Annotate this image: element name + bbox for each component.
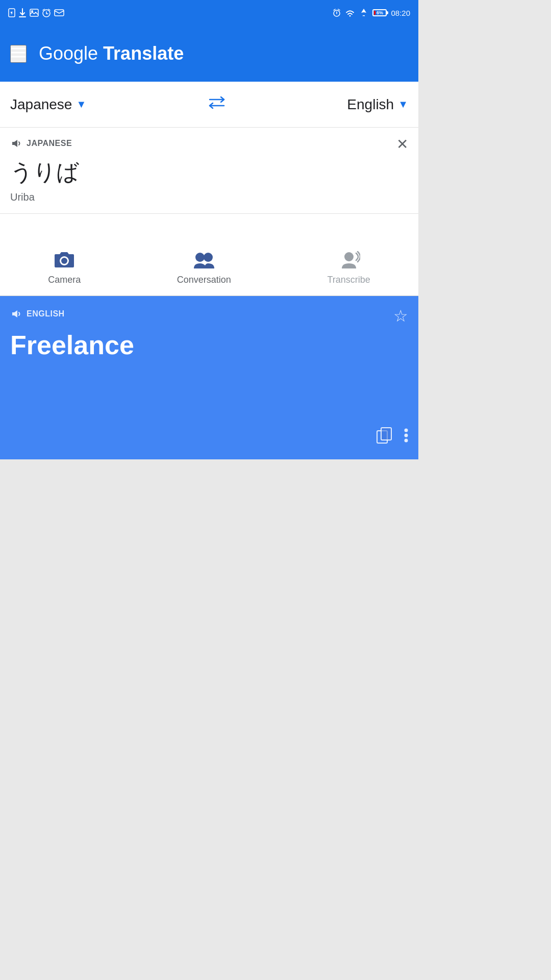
conversation-button[interactable]: Conversation	[177, 250, 231, 285]
source-input-text[interactable]: うりば	[10, 157, 408, 187]
target-language-button[interactable]: English ▼	[347, 96, 408, 113]
status-bar: 6% 08:20	[0, 0, 418, 26]
download-icon	[18, 8, 27, 17]
svg-point-13	[204, 253, 213, 262]
transcribe-icon	[338, 250, 360, 270]
input-language-label: JAPANESE	[10, 138, 408, 149]
app-title: Google Translate	[39, 43, 184, 64]
translation-card: ENGLISH ☆ Freelance	[0, 296, 418, 459]
input-area: JAPANESE ✕ うりば Uriba	[0, 128, 418, 240]
translation-language-label: ENGLISH	[10, 308, 408, 320]
bottom-area	[0, 459, 418, 664]
menu-button[interactable]	[10, 45, 27, 63]
status-icons-right: 6% 08:20	[333, 8, 410, 17]
source-lang-text: JAPANESE	[27, 139, 72, 148]
favorite-button[interactable]: ☆	[393, 306, 408, 326]
copy-icon	[377, 427, 392, 444]
alarm-right-icon	[333, 9, 341, 17]
swap-languages-button[interactable]	[208, 95, 226, 113]
camera-button[interactable]: Camera	[48, 250, 81, 285]
battery-charging-icon	[8, 8, 15, 18]
app-bar: Google Translate	[0, 26, 418, 82]
action-buttons-bar: Camera Conversation Transcribe	[0, 240, 418, 296]
source-language-button[interactable]: Japanese ▼	[10, 96, 86, 113]
svg-rect-5	[55, 10, 64, 16]
source-language-label: Japanese	[10, 96, 72, 113]
target-lang-text: ENGLISH	[27, 309, 65, 318]
language-selector: Japanese ▼ English ▼	[0, 82, 418, 128]
source-lang-dropdown-icon: ▼	[76, 99, 86, 110]
translate-text: Translate	[103, 43, 184, 64]
alarm-icon	[42, 8, 51, 17]
svg-rect-16	[381, 428, 391, 440]
more-options-button[interactable]	[404, 428, 408, 447]
target-language-label: English	[347, 96, 394, 113]
wifi-icon	[345, 9, 355, 17]
romanized-text: Uriba	[10, 191, 408, 203]
camera-label: Camera	[48, 275, 81, 285]
image-icon	[30, 9, 39, 17]
translation-actions	[10, 427, 408, 447]
status-icons-left	[8, 8, 64, 18]
source-sound-icon	[10, 138, 21, 149]
svg-point-12	[195, 253, 205, 262]
target-sound-icon[interactable]	[10, 308, 21, 320]
transcribe-button[interactable]: Transcribe	[327, 250, 370, 285]
camera-icon	[54, 250, 75, 270]
battery-icon: 6%	[372, 9, 387, 16]
clear-button[interactable]: ✕	[396, 136, 408, 153]
airplane-icon	[359, 8, 368, 17]
svg-point-11	[61, 258, 67, 264]
svg-point-17	[405, 429, 408, 432]
conversation-icon	[192, 250, 216, 270]
conversation-label: Conversation	[177, 275, 231, 285]
svg-point-18	[405, 434, 408, 437]
hamburger-icon	[11, 47, 26, 58]
google-text: Google	[39, 43, 98, 64]
svg-point-14	[344, 252, 354, 261]
translated-text: Freelance	[10, 330, 408, 417]
copy-button[interactable]	[377, 427, 392, 447]
status-time: 08:20	[391, 9, 410, 17]
target-lang-dropdown-icon: ▼	[398, 99, 408, 110]
more-icon	[404, 428, 408, 443]
svg-point-19	[405, 439, 408, 443]
email-icon	[54, 9, 64, 16]
divider	[0, 213, 418, 214]
transcribe-label: Transcribe	[327, 275, 370, 285]
swap-icon	[208, 95, 226, 110]
